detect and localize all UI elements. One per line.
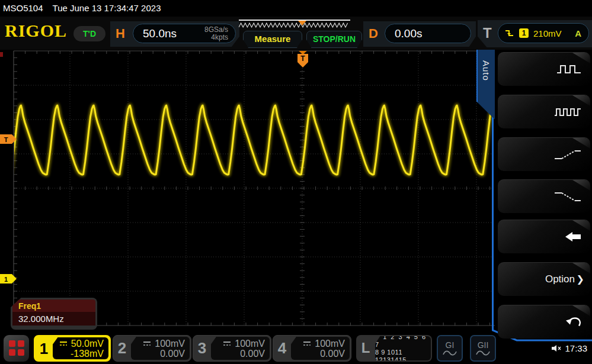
trigger-pill: 1 210mV A — [498, 23, 589, 43]
channel-offset: 0.00V — [240, 349, 265, 359]
clock-time: 17:33 — [565, 343, 587, 353]
status-clock: 17:33 — [551, 343, 587, 353]
measurement-label: Freq1 — [12, 299, 95, 312]
undo-arrow-icon — [565, 317, 582, 328]
channel-offset: 0.00V — [160, 349, 185, 359]
svg-text:1: 1 — [4, 276, 8, 283]
channel-1-ground-marker[interactable]: 1 — [0, 274, 17, 284]
t-label: T — [483, 25, 492, 41]
square-wave-single-icon — [556, 63, 582, 75]
square-wave-multi-icon — [553, 106, 582, 118]
channel-offset: -138mV — [71, 349, 104, 359]
button-corner — [572, 263, 590, 273]
measure-button[interactable]: Measure — [243, 31, 302, 48]
trigger-status-badge: T'D — [73, 26, 105, 41]
svg-text:T: T — [300, 54, 305, 63]
generator-1-button[interactable]: GI — [437, 335, 463, 362]
trigger-mode: A — [575, 28, 588, 38]
stop-run-button[interactable]: STOP/RUN — [306, 31, 362, 48]
channel-3-badge[interactable]: 3 100mV 0.00V — [193, 335, 271, 362]
acquisition-rates: 8GSa/s 4kpts — [204, 26, 235, 41]
logic-channels-badge[interactable]: L 0 1 2 3 4 5 6 7 8 9 1011 12131415 — [356, 335, 432, 362]
menu-button-undo[interactable] — [498, 305, 590, 339]
dc-coupling-icon — [142, 341, 152, 346]
rising-edge-icon — [553, 148, 582, 161]
red-square-icon — [9, 340, 15, 347]
channel-values: 100mV 0.00V — [211, 337, 270, 360]
button-corner — [572, 95, 590, 106]
sample-rate: 8GSa/s — [204, 26, 228, 34]
waveform-display: TT1 — [0, 50, 495, 331]
rigol-logo: RIGOL — [5, 21, 67, 41]
trigger-position-marker[interactable]: T — [297, 51, 308, 67]
button-corner — [572, 138, 590, 149]
falling-edge-icon — [553, 190, 582, 203]
dc-coupling-icon — [59, 341, 68, 346]
channel-scale: 100mV — [315, 339, 345, 349]
ch1-waveform — [11, 105, 495, 175]
memory-depth: 4kpts — [204, 34, 228, 41]
menu-button-back[interactable] — [498, 220, 590, 253]
timebase-pill: 50.0ns 8GSa/s 4kpts — [133, 24, 236, 43]
channel-scale: 50.0mV — [71, 339, 104, 349]
channel-2-badge[interactable]: 2 100mV 0.00V — [113, 335, 191, 362]
timebase-value: 50.0ns — [133, 27, 177, 40]
channel-1-badge[interactable]: 1 50.0mV -138mV — [34, 335, 111, 362]
menu-button-square-single[interactable] — [498, 52, 590, 86]
trigger-block[interactable]: T 1 210mV A — [478, 20, 592, 47]
chevron-right-icon: ❯ — [577, 273, 584, 285]
channel-number: 4 — [273, 336, 291, 361]
button-corner — [572, 220, 590, 231]
quick-menu-button[interactable] — [4, 335, 29, 362]
red-square-icon — [9, 349, 15, 356]
menu-button-falling-edge[interactable] — [498, 179, 590, 213]
delay-block[interactable]: D 0.00s — [363, 21, 476, 47]
channel-values: 50.0mV -138mV — [53, 337, 108, 359]
red-square-icon — [18, 349, 24, 356]
channel-number: 3 — [193, 336, 211, 361]
channel-4-badge[interactable]: 4 100mV 0.00V — [273, 335, 351, 362]
menu-button-option[interactable]: Option ❯ — [498, 262, 590, 296]
channel-number: 2 — [113, 336, 131, 361]
button-corner — [572, 305, 590, 316]
h-label: H — [116, 26, 125, 41]
logic-channel-list: 0 1 2 3 4 5 6 7 8 9 1011 12131415 — [375, 336, 431, 360]
svg-text:T: T — [4, 136, 8, 143]
menu-button-rising-edge[interactable] — [498, 137, 590, 171]
channel-scale: 100mV — [235, 339, 265, 349]
back-arrow-icon — [564, 231, 582, 243]
speaker-muted-icon — [551, 344, 562, 352]
logic-row-2: 8 9 1011 12131415 — [375, 349, 431, 364]
record-indicator — [0, 52, 3, 57]
dc-coupling-icon — [302, 341, 312, 346]
channel-offset: 0.00V — [320, 349, 345, 359]
delay-value: 0.00s — [385, 27, 422, 40]
generator-2-label: GII — [478, 341, 489, 350]
delay-pill: 0.00s — [385, 24, 471, 43]
waveform-preview-bar[interactable] — [239, 20, 350, 31]
button-corner — [572, 180, 590, 191]
sine-wave-icon — [442, 350, 457, 356]
title-strip: MSO5104Tue June 13 17:34:47 2023 — [0, 0, 592, 17]
menu-button-square-multi[interactable] — [498, 95, 590, 128]
button-corner — [572, 53, 590, 63]
trigger-slope-icon — [504, 28, 514, 38]
model-name: MSO5104 — [3, 3, 43, 13]
horizontal-timebase-block[interactable]: H 50.0ns 8GSa/s 4kpts — [110, 21, 239, 47]
trigger-source-badge: 1 — [519, 28, 529, 38]
channel-values: 100mV 0.00V — [291, 337, 350, 360]
option-label: Option — [545, 273, 575, 285]
dc-coupling-icon — [222, 341, 232, 346]
trigger-level-marker[interactable]: T — [0, 134, 17, 144]
generator-1-label: GI — [446, 341, 455, 350]
red-square-icon — [18, 340, 24, 347]
logic-row-1: 0 1 2 3 4 5 6 7 — [375, 333, 431, 349]
measurement-freq1-box[interactable]: Freq1 32.000MHz — [11, 298, 97, 330]
header-bar: RIGOL T'D H 50.0ns 8GSa/s 4kpts Measure … — [0, 17, 592, 50]
graticule — [14, 51, 495, 326]
d-label: D — [369, 26, 378, 41]
channel-number: 1 — [35, 336, 53, 360]
preview-zigzag-icon — [239, 21, 350, 30]
trigger-level-value: 210mV — [533, 28, 562, 38]
logic-label: L — [356, 335, 375, 362]
